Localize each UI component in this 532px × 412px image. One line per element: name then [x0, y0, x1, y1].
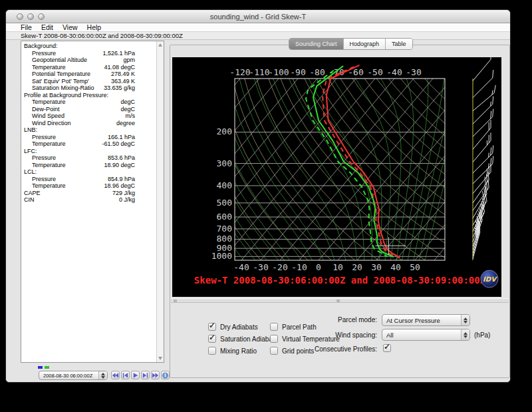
consecutive-profiles-label: Consecutive Profiles: — [284, 345, 377, 353]
readout-row: LNB: — [21, 126, 150, 134]
step-back-button[interactable] — [121, 371, 130, 379]
left-panel-scrollbar[interactable] — [156, 41, 164, 362]
svg-text:10: 10 — [332, 262, 343, 272]
stepper-icon[interactable] — [98, 371, 107, 379]
menu-bar: FileEditViewHelp — [6, 23, 510, 32]
scroll-down-icon[interactable] — [158, 357, 162, 360]
svg-text:40: 40 — [390, 262, 401, 272]
status-line: Skew-T 2008-08-30:06:00:00Z and 2008-08-… — [6, 32, 510, 40]
window-title: sounding_wind - Grid Skew-T — [6, 10, 510, 23]
readout-row: Potential Temperature278.49 K — [21, 71, 150, 78]
grid-points-checkbox[interactable] — [270, 347, 278, 355]
go-to-last-icon — [152, 371, 159, 379]
menu-file[interactable]: File — [21, 23, 32, 31]
step-forward-button[interactable] — [141, 371, 150, 379]
wind-spacing-select[interactable]: All — [382, 329, 470, 341]
desktop: sounding_wind - Grid Skew-T FileEditView… — [0, 0, 532, 412]
readout-row: Pressure166.1 hPa — [21, 134, 150, 141]
svg-text:-90: -90 — [290, 67, 305, 77]
readout-row: Background: — [21, 43, 150, 50]
properties-button[interactable]: i — [161, 371, 170, 379]
virtual-temperature-checkbox[interactable] — [270, 335, 278, 343]
svg-text:-110: -110 — [249, 67, 269, 77]
svg-text:1000: 1000 — [211, 251, 232, 261]
play-icon — [132, 371, 139, 379]
skewt-chart[interactable]: 2003004005006007008009001000-120-110-100… — [172, 57, 501, 297]
svg-text:500: 500 — [217, 198, 232, 208]
svg-text:30: 30 — [371, 262, 382, 272]
svg-text:IDV: IDV — [483, 276, 497, 283]
mixing-ratio-checkbox[interactable] — [208, 347, 216, 355]
time-select[interactable]: 2008-08-30 06:00:00Z — [39, 371, 108, 380]
stepper-icon[interactable] — [461, 315, 469, 325]
svg-text:50: 50 — [410, 262, 420, 272]
readout-row: Profile at Background Pressure: — [21, 92, 150, 99]
readout-row: Wind Directiondegree — [21, 120, 150, 127]
parcel-mode-select[interactable]: At Cursor Pressure — [382, 314, 470, 326]
readout-row: Pressure1,526.1 hPa — [21, 50, 150, 57]
svg-text:-30: -30 — [253, 262, 268, 272]
menu-help[interactable]: Help — [87, 23, 102, 31]
svg-text:300: 300 — [217, 158, 232, 168]
wind-spacing-label: Wind spacing: — [297, 331, 377, 339]
svg-text:-100: -100 — [268, 67, 289, 77]
time-select-value: 2008-08-30 06:00:00Z — [39, 373, 98, 379]
tab-hodograph[interactable]: Hodograph — [344, 39, 386, 49]
animation-controls: i — [111, 371, 170, 379]
step-back-icon — [122, 371, 129, 379]
readout-row: Dew-PointdegC — [21, 106, 150, 113]
readout-row: Sat' Equiv' Pot' Temp'363.49 K — [21, 78, 150, 85]
svg-text:-50: -50 — [367, 67, 382, 77]
menu-edit[interactable]: Edit — [41, 23, 53, 31]
skewt-svg: 2003004005006007008009001000-120-110-100… — [172, 57, 501, 297]
readout-row: LCL: — [21, 168, 150, 176]
main-content: Background:Pressure1,526.1 hPaGeopotenti… — [6, 40, 511, 383]
divider-handle-icon[interactable] — [336, 300, 340, 302]
svg-text:-40: -40 — [233, 262, 249, 272]
consecutive-profiles-checkbox[interactable] — [383, 344, 391, 352]
svg-text:-120: -120 — [229, 67, 250, 77]
parcel-mode-value: At Cursor Pressure — [382, 317, 461, 324]
svg-text:20: 20 — [352, 262, 362, 272]
step-forward-icon — [142, 371, 149, 379]
dry-adiabats-checkbox[interactable] — [208, 323, 216, 331]
parcel-path-checkbox[interactable] — [270, 323, 278, 331]
parcel-path-label: Parcel Path — [282, 323, 317, 331]
readout-row: Geopotential Altitudegpm — [21, 57, 150, 64]
svg-text:600: 600 — [217, 212, 232, 222]
readout-row: Temperature18.90 degC — [21, 162, 150, 169]
tab-table[interactable]: Table — [386, 39, 412, 49]
divider-handle-icon[interactable] — [174, 300, 177, 302]
saturation-adiabats-checkbox[interactable] — [208, 335, 216, 343]
stepper-icon[interactable] — [461, 329, 469, 340]
readout-row: CAPE729 J/kg — [21, 190, 150, 197]
idv-logo-icon: IDV — [481, 270, 498, 288]
panel-divider[interactable] — [171, 298, 509, 303]
readout-row: Wind Speedm/s — [21, 112, 150, 120]
menu-view[interactable]: View — [63, 23, 78, 31]
go-to-last-button[interactable] — [151, 371, 160, 379]
go-to-first-button[interactable] — [111, 371, 120, 379]
readout-row: Temperature41.08 degC — [21, 64, 150, 71]
readout-row: Pressure854.9 hPa — [21, 176, 150, 183]
wind-spacing-units: (hPa) — [474, 331, 490, 339]
time-legend-swatch-2 — [45, 366, 49, 369]
readout-row: CIN0 J/kg — [21, 196, 150, 204]
svg-text:-10: -10 — [291, 262, 307, 272]
app-window: sounding_wind - Grid Skew-T FileEditView… — [5, 9, 511, 383]
tab-sounding-chart[interactable]: Sounding Chart — [289, 39, 344, 49]
svg-text:0: 0 — [316, 262, 321, 272]
play-button[interactable] — [131, 371, 140, 379]
svg-text:-40: -40 — [386, 67, 402, 77]
svg-text:200: 200 — [217, 126, 232, 136]
svg-text:-20: -20 — [272, 262, 287, 272]
mixing-ratio-label: Mixing Ratio — [220, 347, 257, 355]
readout-row: LFC: — [21, 148, 150, 155]
time-legend-swatch-1 — [38, 366, 43, 369]
readout-rows: Background:Pressure1,526.1 hPaGeopotenti… — [21, 43, 150, 204]
scroll-up-icon[interactable] — [158, 43, 162, 47]
svg-text:i: i — [164, 372, 166, 378]
svg-text:400: 400 — [217, 180, 232, 190]
chart-title: Skew-T 2008-08-30:06:00:00Z and 2008-08-… — [194, 275, 485, 286]
title-bar[interactable]: sounding_wind - Grid Skew-T — [6, 10, 510, 23]
